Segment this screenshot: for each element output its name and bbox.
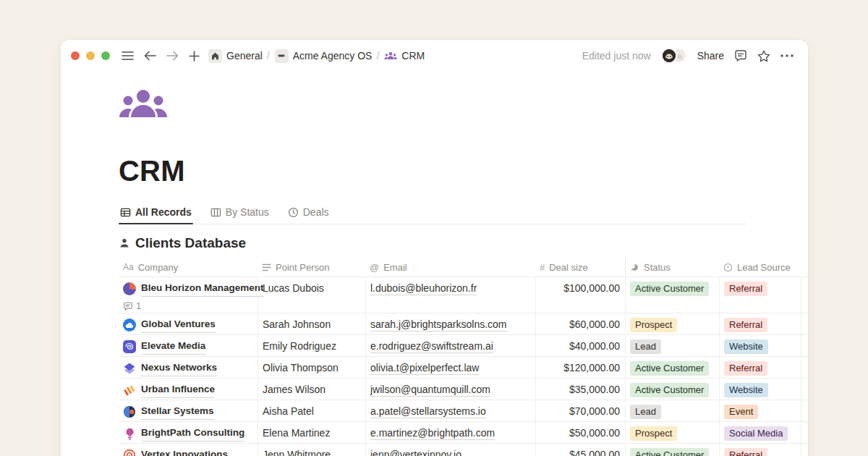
company-cell[interactable]: BrightPath Consulting (119, 422, 258, 443)
status-badge[interactable]: Active Customer (630, 282, 709, 296)
table-row[interactable]: BrightPath ConsultingElena Martineze.mar… (119, 421, 808, 443)
column-header-deal-size[interactable]: # Deal size (535, 258, 625, 276)
column-header-status[interactable]: Status (625, 258, 719, 276)
minimize-window-button[interactable] (86, 51, 95, 60)
table-row[interactable]: Bleu Horizon Management1Lucas Duboisl.du… (119, 276, 808, 313)
email-link[interactable]: sarah.j@brightsparksolns.com (370, 318, 507, 332)
breadcrumb-workspace[interactable]: Acme Agency OS / (275, 49, 380, 63)
email-link[interactable]: jwilson@quantumquill.com (370, 384, 490, 397)
status-badge[interactable]: Lead (630, 405, 661, 419)
column-header-email[interactable]: @ Email (365, 258, 535, 276)
company-cell[interactable]: Vertex Innovations (119, 444, 258, 456)
table-row[interactable]: Urban InfluenceJames Wilsonjwilson@quant… (119, 378, 808, 400)
point-person-cell[interactable]: Aisha Patel (258, 400, 365, 421)
lead-source-badge[interactable]: Social Media (724, 426, 788, 441)
lead-source-cell[interactable]: Referral (719, 277, 801, 313)
email-link[interactable]: l.dubois@bleuhorizon.fr (370, 282, 477, 295)
deal-size-cell[interactable]: $35,000.00 (535, 379, 625, 400)
lead-source-badge[interactable]: Referral (724, 318, 767, 332)
email-link[interactable]: e.rodriguez@swiftstream.ai (370, 340, 493, 353)
avatar[interactable] (661, 48, 677, 64)
email-cell[interactable]: jenn@vertexinnov.io (365, 444, 535, 456)
status-cell[interactable]: Lead (625, 335, 719, 356)
lead-source-badge[interactable]: Referral (724, 361, 767, 376)
lead-source-cell[interactable]: Referral (719, 313, 801, 334)
deal-size-cell[interactable]: $120,000.00 (535, 357, 625, 378)
page-people-icon[interactable] (119, 88, 168, 122)
company-link[interactable]: Vertex Innovations (141, 447, 228, 456)
status-cell[interactable]: Active Customer (625, 444, 719, 456)
email-cell[interactable]: sarah.j@brightsparksolns.com (365, 313, 535, 334)
status-badge[interactable]: Active Customer (630, 361, 709, 376)
email-link[interactable]: olivia.t@pixelperfect.law (370, 362, 479, 375)
point-person-cell[interactable]: James Wilson (258, 379, 365, 400)
table-row[interactable]: Elevate MediaEmily Rodrigueze.rodriguez@… (119, 334, 808, 356)
email-cell[interactable]: jwilson@quantumquill.com (365, 379, 535, 400)
table-row[interactable]: Vertex InnovationsJenn Whitmorejenn@vert… (119, 443, 808, 456)
tab-all-records[interactable]: All Records (119, 203, 193, 224)
company-cell[interactable]: Nexus Networks (119, 357, 258, 378)
status-cell[interactable]: Active Customer (625, 379, 719, 400)
company-cell[interactable]: Global Ventures (119, 313, 258, 334)
close-window-button[interactable] (71, 51, 80, 60)
lead-source-cell[interactable]: Referral (719, 444, 801, 456)
maximize-window-button[interactable] (101, 51, 110, 60)
point-person-cell[interactable]: Emily Rodriguez (258, 335, 365, 356)
company-cell[interactable]: Elevate Media (119, 335, 258, 356)
breadcrumb-general[interactable]: General / (208, 49, 270, 63)
deal-size-cell[interactable]: $45,000.00 (535, 444, 625, 456)
company-link[interactable]: Bleu Horizon Management (141, 281, 264, 297)
lead-source-badge[interactable]: Website (724, 339, 768, 354)
company-cell[interactable]: Stellar Systems (119, 400, 258, 421)
sidebar-menu-icon[interactable] (122, 51, 134, 61)
lead-source-cell[interactable]: Social Media (719, 422, 801, 443)
lead-source-cell[interactable]: Event (719, 400, 801, 421)
share-button[interactable]: Share (697, 50, 724, 62)
email-cell[interactable]: e.martinez@brightpath.com (365, 422, 535, 443)
company-link[interactable]: Stellar Systems (141, 404, 214, 420)
deal-size-cell[interactable]: $50,000.00 (535, 422, 625, 443)
column-header-point-person[interactable]: Point Person (258, 258, 365, 276)
forward-arrow-icon[interactable] (166, 51, 179, 61)
company-link[interactable]: Urban Influence (141, 382, 215, 398)
column-header-lead-source[interactable]: Lead Source (719, 258, 801, 276)
point-person-cell[interactable]: Sarah Johnson (258, 313, 365, 334)
lead-source-badge[interactable]: Referral (724, 282, 767, 296)
deal-size-cell[interactable]: $70,000.00 (535, 400, 625, 421)
company-link[interactable]: Nexus Networks (141, 360, 217, 376)
point-person-cell[interactable]: Olivia Thompson (258, 357, 365, 378)
status-cell[interactable]: Prospect (625, 313, 719, 334)
breadcrumb-crm[interactable]: CRM (384, 50, 425, 62)
column-header-company[interactable]: Aa Company (119, 258, 258, 276)
status-cell[interactable]: Active Customer (625, 277, 719, 313)
company-cell[interactable]: Urban Influence (119, 379, 258, 400)
email-cell[interactable]: a.patel@stellarsystems.io (365, 400, 535, 421)
deal-size-cell[interactable]: $60,000.00 (535, 313, 625, 334)
lead-source-badge[interactable]: Event (724, 405, 758, 419)
new-page-plus-icon[interactable] (189, 51, 200, 62)
email-link[interactable]: a.patel@stellarsystems.io (370, 405, 486, 418)
point-person-cell[interactable]: Lucas Dubois (258, 277, 365, 313)
email-cell[interactable]: e.rodriguez@swiftstream.ai (365, 335, 535, 356)
lead-source-badge[interactable]: Referral (724, 448, 767, 456)
favorite-star-icon[interactable] (757, 50, 770, 62)
lead-source-cell[interactable]: Website (719, 335, 801, 356)
email-link[interactable]: jenn@vertexinnov.io (370, 449, 461, 456)
point-person-cell[interactable]: Elena Martinez (258, 422, 365, 443)
status-badge[interactable]: Lead (630, 339, 661, 354)
status-badge[interactable]: Prospect (630, 426, 677, 441)
lead-source-cell[interactable]: Referral (719, 357, 801, 378)
deal-size-cell[interactable]: $100,000.00 (535, 277, 625, 313)
status-badge[interactable]: Prospect (630, 318, 677, 332)
table-row[interactable]: Global VenturesSarah Johnsonsarah.j@brig… (119, 313, 808, 334)
company-link[interactable]: BrightPath Consulting (141, 426, 244, 442)
lead-source-badge[interactable]: Website (724, 383, 768, 397)
deal-size-cell[interactable]: $40,000.00 (535, 335, 625, 356)
lead-source-cell[interactable]: Website (719, 379, 801, 400)
table-row[interactable]: Stellar SystemsAisha Patela.patel@stella… (119, 400, 808, 421)
email-cell[interactable]: l.dubois@bleuhorizon.fr (365, 277, 535, 313)
status-cell[interactable]: Lead (625, 400, 719, 421)
comment-count[interactable]: 1 (123, 299, 252, 313)
company-link[interactable]: Global Ventures (141, 317, 216, 333)
comments-icon[interactable] (734, 50, 747, 62)
